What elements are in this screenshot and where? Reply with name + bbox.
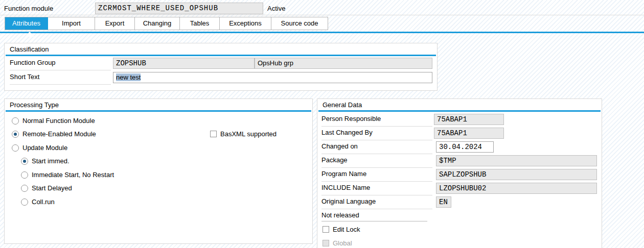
radio-icon-selected[interactable]: [21, 158, 28, 165]
classification-group: Classification Function Group ZOPSHUB Op…: [4, 43, 438, 91]
changed-on-label: Changed on: [321, 141, 432, 154]
checkbox-edit-lock[interactable]: Edit Lock: [323, 226, 360, 233]
checkbox-icon-disabled: [323, 240, 329, 246]
processing-type-title: Processing Type: [10, 101, 59, 109]
package-field[interactable]: $TMP: [436, 155, 597, 166]
tab-export[interactable]: Export: [95, 17, 135, 30]
program-name-field[interactable]: SAPLZOPSHUB: [436, 169, 597, 180]
radio-label: Immediate Start, No Restart: [32, 171, 114, 179]
checkbox-icon[interactable]: [323, 226, 329, 233]
person-responsible-label: Person Responsible: [321, 114, 432, 127]
status-text: Active: [267, 5, 285, 13]
original-language-field[interactable]: EN: [436, 196, 451, 208]
function-module-input[interactable]: ZCRMOST_WHERE_USED_OPSHUB: [95, 3, 263, 14]
checkbox-basxml-supported[interactable]: BasXML supported: [210, 130, 277, 138]
general-data-group: General Data Person Responsible 75ABAP1 …: [317, 98, 602, 248]
radio-label: Coll.run: [32, 198, 55, 206]
radio-icon[interactable]: [21, 199, 28, 206]
tab-tables[interactable]: Tables: [180, 17, 220, 30]
general-data-title: General Data: [323, 101, 362, 109]
not-released-text: Not released: [321, 211, 427, 221]
processing-type-group: Processing Type Normal Function Module R…: [4, 98, 313, 244]
radio-label: Normal Function Module: [22, 117, 95, 125]
tab-accent-line: [0, 32, 644, 33]
changed-on-field[interactable]: 30.04.2024: [436, 141, 494, 153]
radio-icon[interactable]: [12, 117, 19, 125]
short-text-input[interactable]: new test: [113, 72, 432, 83]
radio-start-delayed[interactable]: Start Delayed: [21, 184, 72, 192]
checkbox-global: Global: [323, 239, 352, 247]
radio-update-module[interactable]: Update Module: [12, 144, 67, 152]
radio-label: Start immed.: [32, 157, 70, 165]
tab-strip: Attributes Import Export Changing Tables…: [5, 17, 328, 30]
package-label: Package: [321, 155, 432, 168]
tab-exceptions[interactable]: Exceptions: [220, 17, 271, 30]
include-name-field[interactable]: LZOPSHUBU02: [436, 183, 597, 194]
function-group-input[interactable]: ZOPSHUB: [113, 58, 255, 69]
checkbox-label: Global: [333, 239, 352, 247]
function-module-label: Function module: [4, 5, 53, 13]
checkbox-label: BasXML supported: [220, 130, 277, 138]
radio-label: Update Module: [22, 144, 67, 152]
last-changed-by-label: Last Changed By: [321, 128, 432, 140]
tab-import[interactable]: Import: [48, 17, 95, 30]
program-name-label: Program Name: [321, 169, 432, 182]
checkbox-icon[interactable]: [210, 131, 217, 137]
top-separator: [0, 15, 644, 15]
radio-icon[interactable]: [21, 171, 28, 179]
function-group-label: Function Group: [10, 58, 111, 70]
checkbox-label: Edit Lock: [333, 226, 360, 233]
radio-coll-run[interactable]: Coll.run: [21, 198, 55, 206]
radio-start-immed[interactable]: Start immed.: [21, 157, 70, 165]
radio-icon[interactable]: [12, 144, 19, 152]
person-responsible-field[interactable]: 75ABAP1: [434, 114, 504, 125]
radio-icon-selected[interactable]: [12, 131, 19, 138]
selected-text: new test: [116, 73, 141, 81]
radio-remote-enabled-module[interactable]: Remote-Enabled Module: [12, 130, 96, 138]
short-text-label: Short Text: [10, 72, 111, 85]
function-group-description: OpsHub grp: [255, 58, 432, 69]
radio-label: Start Delayed: [32, 184, 72, 192]
tab-source-code[interactable]: Source code: [271, 17, 328, 30]
radio-immediate-start-no-restart[interactable]: Immediate Start, No Restart: [21, 171, 114, 179]
radio-normal-function-module[interactable]: Normal Function Module: [12, 117, 95, 125]
tab-attributes[interactable]: Attributes: [5, 17, 48, 30]
classification-title: Classification: [10, 45, 49, 53]
radio-icon[interactable]: [21, 185, 28, 192]
selected-tab-notch: [25, 32, 34, 37]
processing-type-accent-line: [6, 110, 311, 112]
include-name-label: INCLUDE Name: [321, 183, 432, 195]
original-language-label: Original Language: [321, 196, 432, 209]
radio-label: Remote-Enabled Module: [22, 130, 96, 138]
classification-accent-line: [6, 55, 436, 56]
last-changed-by-field[interactable]: 75ABAP1: [434, 128, 504, 139]
tab-changing[interactable]: Changing: [135, 17, 180, 30]
general-data-accent-line: [318, 110, 601, 112]
